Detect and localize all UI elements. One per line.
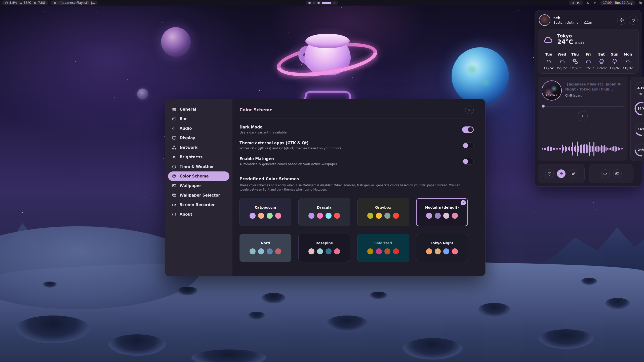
scheme-card-rosepine[interactable]: Rosepine [298,234,350,262]
setting-title: Enable Matugen [239,157,338,161]
color-dot [317,248,323,254]
scheme-card-noctalia-default[interactable]: ✓Noctalia (default) [416,198,468,226]
workspace-4[interactable] [322,2,331,4]
toggle-theme-external-apps-gtk-qt[interactable] [462,142,474,149]
leaf-icon [571,172,575,176]
forecast-temps: 33°/24° [543,66,554,70]
workspace-2[interactable] [313,2,315,4]
forecast-temps: 33°/26° [622,66,633,70]
scheme-card-gruvbox[interactable]: Gruvbox [357,198,409,226]
weather-temp: 24°C [557,38,573,46]
sidebar-item-bar[interactable]: Bar [168,114,229,124]
divider [239,118,474,118]
color-dot [334,213,340,219]
workspace-1[interactable] [308,2,311,4]
tray-widget[interactable] [569,1,583,5]
sidebar-item-network[interactable]: Network [168,143,229,152]
section-description: These color schemes only apply when 'Use… [239,183,466,192]
rain-icon [598,58,605,65]
forecast-temps: 36°/26° [596,66,607,70]
sidebar-item-label: Brightness [180,155,203,159]
scheme-card-solarized[interactable]: Solarized [357,234,409,262]
image-button[interactable] [613,169,622,178]
sidebar-item-time-weather[interactable]: Time & Weather [168,162,229,171]
color-dot [443,248,449,254]
video-button[interactable] [601,169,610,178]
sidebar-item-label: Wallpaper [180,184,201,188]
side-panel: seb System Uptime: 4h11m Tokyo 24°C (GMT… [535,10,642,187]
image-icon [172,184,176,188]
forecast-day: Wed35°/25° [555,52,568,70]
setting-description: Automatically generate colors based on y… [239,162,338,166]
cloud-icon [585,58,591,65]
scheme-card-dracula[interactable]: Dracula [298,198,350,226]
scheme-card-catppuccin[interactable]: Catppuccin [239,198,291,226]
media-widget[interactable]: 【Japanese Playlist】 J... [51,1,98,5]
app-grid-icon[interactable] [639,1,642,5]
image-icon[interactable] [577,1,580,5]
user-name: seb [553,16,592,20]
forecast-day-label: Thu [571,52,579,56]
forecast-day-label: Mon [624,52,632,56]
scheme-card-tokyo-night[interactable]: Tokyo Night [416,234,468,262]
scheme-card-nord[interactable]: Nord [239,234,291,262]
sidebar-item-wallpaper[interactable]: Wallpaper [168,181,229,191]
bar-icon [172,117,176,121]
color-dot [308,213,314,219]
sidebar-item-screen-recorder[interactable]: Screen Recorder [168,200,229,210]
settings-button[interactable] [617,16,626,25]
workspace-3[interactable] [317,2,320,4]
sidebar-item-label: Screen Recorder [180,203,215,207]
sidebar-item-label: Bar [180,117,187,121]
sidebar-item-color-scheme[interactable]: Color Scheme [168,171,229,181]
power-button[interactable] [629,16,638,25]
setting-description: Use a dark variant if available. [239,130,288,134]
sidebar-item-brightness[interactable]: Brightness [168,152,229,162]
sidebar-item-wallpaper-selector[interactable]: Wallpaper Selector [168,191,229,200]
color-dot [250,248,256,254]
toggle-dark-mode[interactable] [462,126,474,133]
profile-leaf-button[interactable] [569,169,577,178]
system-stats-widget[interactable]: 3.8% 53°C 7.8G [2,1,48,5]
sidebar-item-about[interactable]: About [168,210,229,219]
slider-knob[interactable] [542,105,545,108]
forecast-day: Thu33°/26° [569,52,582,70]
audio-visualizer [542,141,624,157]
purple-planet [161,27,191,57]
sidebar-item-general[interactable]: General [168,105,229,114]
workspace-indicator [306,1,338,5]
color-dot [452,248,458,254]
forecast-day: Mon33°/26° [621,52,634,70]
color-dot [317,213,323,219]
weather-city: Tokyo [557,33,588,38]
color-dot [367,248,373,254]
profile-scales-button[interactable] [557,169,566,178]
microphone-icon[interactable] [572,1,575,5]
scheme-name: Dracula [317,205,332,209]
media-progress-slider[interactable] [542,105,624,108]
color-dot [384,248,390,254]
forecast-day-label: Wed [557,52,566,56]
bell-icon[interactable] [587,1,590,5]
color-dot [267,248,273,254]
clock-icon [172,164,176,169]
cpu-temp: 53°C [24,1,31,5]
pause-button[interactable] [578,111,588,121]
speaker-icon[interactable] [593,1,597,5]
close-button[interactable]: × [465,106,474,114]
sidebar-item-display[interactable]: Display [168,133,229,143]
sidebar-item-audio[interactable]: Audio [168,124,229,133]
color-dot [426,213,432,219]
slider-track[interactable] [545,106,624,107]
workspace-5[interactable] [333,2,336,4]
top-bar: 3.8% 53°C 7.8G 【Japanese Playlist】 J... … [0,0,644,6]
color-dot [326,213,332,219]
forecast-day: Tue33°/24° [542,52,555,70]
video-icon [172,203,176,207]
setting-row: Dark ModeUse a dark variant if available… [239,125,474,134]
settings-sidebar: GeneralBarAudioDisplayNetworkBrightnessT… [165,99,232,276]
clock-widget[interactable]: 17:09 - Tue, 19 Aug [600,1,635,5]
toggle-enable-matugen[interactable] [462,158,474,165]
profile-gauge-button[interactable] [545,169,554,178]
image-icon [615,172,619,176]
